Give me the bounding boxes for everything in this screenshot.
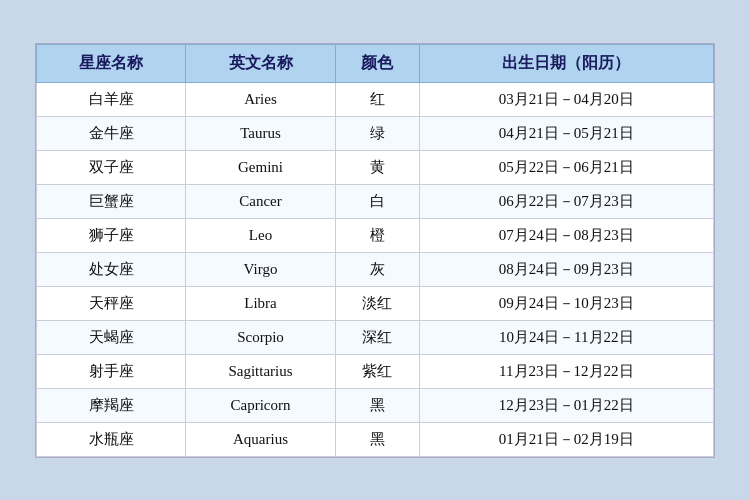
header-chinese-name: 星座名称 <box>37 44 186 82</box>
table-row: 射手座Sagittarius紫红11月23日－12月22日 <box>37 354 714 388</box>
header-color: 颜色 <box>335 44 419 82</box>
header-dates: 出生日期（阳历） <box>419 44 713 82</box>
cell-color: 黑 <box>335 388 419 422</box>
cell-english-name: Capricorn <box>186 388 336 422</box>
table-row: 水瓶座Aquarius黑01月21日－02月19日 <box>37 422 714 456</box>
cell-color: 橙 <box>335 218 419 252</box>
cell-chinese-name: 金牛座 <box>37 116 186 150</box>
cell-english-name: Virgo <box>186 252 336 286</box>
cell-chinese-name: 处女座 <box>37 252 186 286</box>
zodiac-table-container: 星座名称 英文名称 颜色 出生日期（阳历） 白羊座Aries红03月21日－04… <box>35 43 715 458</box>
cell-dates: 08月24日－09月23日 <box>419 252 713 286</box>
cell-dates: 09月24日－10月23日 <box>419 286 713 320</box>
cell-dates: 12月23日－01月22日 <box>419 388 713 422</box>
cell-chinese-name: 天秤座 <box>37 286 186 320</box>
zodiac-table: 星座名称 英文名称 颜色 出生日期（阳历） 白羊座Aries红03月21日－04… <box>36 44 714 457</box>
cell-english-name: Scorpio <box>186 320 336 354</box>
cell-dates: 05月22日－06月21日 <box>419 150 713 184</box>
cell-chinese-name: 水瓶座 <box>37 422 186 456</box>
cell-english-name: Sagittarius <box>186 354 336 388</box>
cell-english-name: Aries <box>186 82 336 116</box>
cell-dates: 07月24日－08月23日 <box>419 218 713 252</box>
cell-english-name: Leo <box>186 218 336 252</box>
cell-dates: 01月21日－02月19日 <box>419 422 713 456</box>
table-row: 白羊座Aries红03月21日－04月20日 <box>37 82 714 116</box>
cell-dates: 10月24日－11月22日 <box>419 320 713 354</box>
cell-dates: 11月23日－12月22日 <box>419 354 713 388</box>
cell-chinese-name: 双子座 <box>37 150 186 184</box>
table-header-row: 星座名称 英文名称 颜色 出生日期（阳历） <box>37 44 714 82</box>
cell-chinese-name: 白羊座 <box>37 82 186 116</box>
table-row: 巨蟹座Cancer白06月22日－07月23日 <box>37 184 714 218</box>
cell-color: 红 <box>335 82 419 116</box>
cell-english-name: Taurus <box>186 116 336 150</box>
table-row: 处女座Virgo灰08月24日－09月23日 <box>37 252 714 286</box>
cell-chinese-name: 巨蟹座 <box>37 184 186 218</box>
table-body: 白羊座Aries红03月21日－04月20日金牛座Taurus绿04月21日－0… <box>37 82 714 456</box>
cell-color: 紫红 <box>335 354 419 388</box>
table-row: 摩羯座Capricorn黑12月23日－01月22日 <box>37 388 714 422</box>
cell-chinese-name: 射手座 <box>37 354 186 388</box>
cell-english-name: Libra <box>186 286 336 320</box>
table-row: 双子座Gemini黄05月22日－06月21日 <box>37 150 714 184</box>
cell-color: 淡红 <box>335 286 419 320</box>
cell-color: 白 <box>335 184 419 218</box>
header-english-name: 英文名称 <box>186 44 336 82</box>
cell-english-name: Gemini <box>186 150 336 184</box>
cell-chinese-name: 摩羯座 <box>37 388 186 422</box>
cell-color: 绿 <box>335 116 419 150</box>
table-row: 狮子座Leo橙07月24日－08月23日 <box>37 218 714 252</box>
table-row: 天秤座Libra淡红09月24日－10月23日 <box>37 286 714 320</box>
table-row: 天蝎座Scorpio深红10月24日－11月22日 <box>37 320 714 354</box>
cell-chinese-name: 天蝎座 <box>37 320 186 354</box>
cell-dates: 04月21日－05月21日 <box>419 116 713 150</box>
cell-color: 灰 <box>335 252 419 286</box>
cell-english-name: Cancer <box>186 184 336 218</box>
cell-color: 黄 <box>335 150 419 184</box>
cell-dates: 06月22日－07月23日 <box>419 184 713 218</box>
cell-english-name: Aquarius <box>186 422 336 456</box>
cell-color: 黑 <box>335 422 419 456</box>
cell-color: 深红 <box>335 320 419 354</box>
table-row: 金牛座Taurus绿04月21日－05月21日 <box>37 116 714 150</box>
cell-chinese-name: 狮子座 <box>37 218 186 252</box>
cell-dates: 03月21日－04月20日 <box>419 82 713 116</box>
